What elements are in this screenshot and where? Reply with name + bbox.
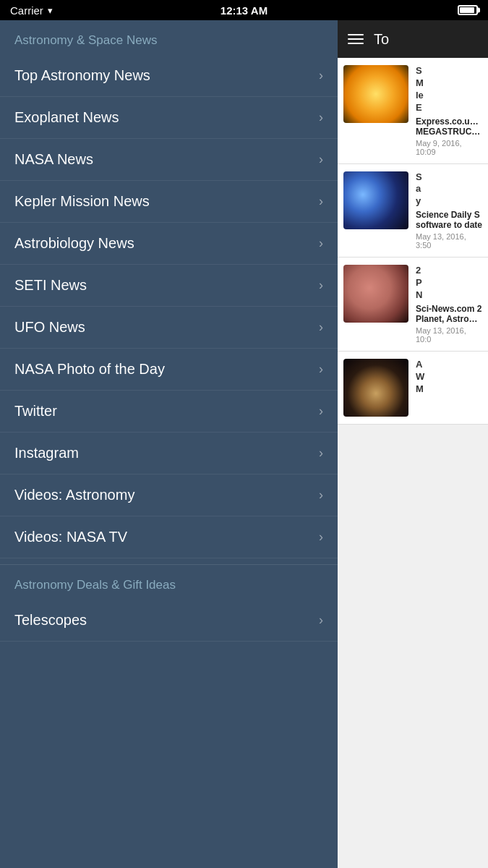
sidebar-item-label: NASA Photo of the Day (14, 361, 165, 378)
chevron-icon: › (319, 110, 323, 125)
news-source: Sci-News.com 2 (416, 304, 482, 314)
sidebar-item-astrobiology[interactable]: Astrobiology News › (0, 223, 338, 265)
sidebar-item-nasa-news[interactable]: NASA News › (0, 139, 338, 181)
sidebar-item-label: Exoplanet News (14, 109, 119, 126)
news-snippet-text: 2PN (416, 265, 482, 302)
carrier-label: Carrier (10, 4, 43, 17)
sidebar-item-videos-astronomy[interactable]: Videos: Astronomy › (0, 475, 338, 516)
chevron-icon: › (319, 68, 323, 83)
news-date: May 9, 2016, 10:09 (416, 139, 482, 156)
sidebar-item-exoplanet[interactable]: Exoplanet News › (0, 97, 338, 139)
news-list: SMleE Express.co.uk S MEGASTRUCTUR May 9… (338, 58, 488, 868)
chevron-icon: › (319, 320, 323, 335)
app-container: Astronomy & Space News Top Astronomy New… (0, 20, 488, 868)
news-snippet-text: SMleE (416, 65, 482, 114)
sidebar-item-instagram[interactable]: Instagram › (0, 433, 338, 475)
sidebar-item-videos-nasa-tv[interactable]: Videos: NASA TV › (0, 516, 338, 558)
sidebar-item-twitter[interactable]: Twitter › (0, 391, 338, 433)
sidebar-item-label: UFO News (14, 319, 85, 336)
sidebar-item-label: Kepler Mission News (14, 193, 150, 210)
chevron-icon: › (319, 488, 323, 503)
news-thumbnail-stars (343, 171, 408, 229)
chevron-icon: › (319, 236, 323, 251)
sidebar-item-label: Instagram (14, 445, 79, 461)
news-snippet-text: Say (416, 171, 482, 208)
news-source: Express.co.uk S (416, 116, 482, 127)
sidebar-item-seti[interactable]: SETI News › (0, 265, 338, 307)
sidebar-section-title-1: Astronomy & Space News (0, 20, 338, 55)
sidebar-item-nasa-photo[interactable]: NASA Photo of the Day › (0, 349, 338, 391)
news-snippet-text: AWM (416, 359, 482, 396)
sidebar: Astronomy & Space News Top Astronomy New… (0, 20, 338, 868)
wifi-icon: ▾ (48, 5, 53, 16)
news-headline: MEGASTRUCTUR (416, 127, 482, 137)
chevron-icon: › (319, 362, 323, 377)
sidebar-item-label: Top Astronomy News (14, 67, 150, 84)
news-item[interactable]: AWM (338, 352, 488, 425)
right-panel: To SMleE Express.co.uk S MEGASTRUCTUR Ma… (338, 20, 488, 868)
sidebar-item-label: Twitter (14, 403, 57, 420)
news-date: May 13, 2016, 3:50 (416, 232, 482, 250)
sidebar-item-top-astronomy[interactable]: Top Astronomy News › (0, 55, 338, 97)
right-header-title: To (374, 31, 389, 48)
chevron-icon: › (319, 194, 323, 209)
chevron-icon: › (319, 529, 323, 545)
sidebar-item-label: Astrobiology News (14, 235, 134, 252)
status-bar: Carrier ▾ 12:13 AM (0, 0, 488, 20)
chevron-icon: › (319, 446, 323, 461)
sidebar-item-ufo[interactable]: UFO News › (0, 307, 338, 349)
sidebar-item-telescopes[interactable]: Telescopes › (0, 600, 338, 642)
news-thumbnail-sun (343, 65, 408, 123)
news-content: 2PN Sci-News.com 2 Planet, Astronom May … (416, 265, 482, 344)
news-item[interactable]: Say Science Daily S software to date May… (338, 164, 488, 258)
chevron-icon: › (319, 152, 323, 167)
news-item[interactable]: 2PN Sci-News.com 2 Planet, Astronom May … (338, 258, 488, 352)
news-item[interactable]: SMleE Express.co.uk S MEGASTRUCTUR May 9… (338, 58, 488, 164)
news-date: May 13, 2016, 10:0 (416, 326, 482, 344)
news-content: AWM (416, 359, 482, 417)
news-headline: Planet, Astronom (416, 314, 482, 324)
news-content: Say Science Daily S software to date May… (416, 171, 482, 250)
status-bar-time: 12:13 AM (221, 4, 267, 17)
news-headline: software to date (416, 220, 482, 230)
sidebar-section-title-2: Astronomy Deals & Gift Ideas (0, 564, 338, 600)
hamburger-icon[interactable] (348, 34, 364, 44)
status-bar-right (458, 5, 478, 15)
status-bar-left: Carrier ▾ (10, 4, 53, 17)
news-thumbnail-planet (343, 265, 408, 323)
sidebar-item-label: SETI News (14, 277, 87, 294)
battery-icon (458, 5, 478, 15)
chevron-icon: › (319, 404, 323, 419)
news-thumbnail-galaxy (343, 359, 408, 417)
chevron-icon: › (319, 278, 323, 293)
news-source: Science Daily S (416, 210, 482, 220)
sidebar-item-kepler[interactable]: Kepler Mission News › (0, 181, 338, 223)
news-content: SMleE Express.co.uk S MEGASTRUCTUR May 9… (416, 65, 482, 156)
sidebar-item-label: Videos: Astronomy (14, 487, 134, 503)
chevron-icon: › (319, 613, 323, 628)
sidebar-item-label: NASA News (14, 151, 93, 168)
sidebar-item-label: Telescopes (14, 612, 87, 629)
right-header: To (338, 20, 488, 58)
sidebar-item-label: Videos: NASA TV (14, 529, 127, 545)
